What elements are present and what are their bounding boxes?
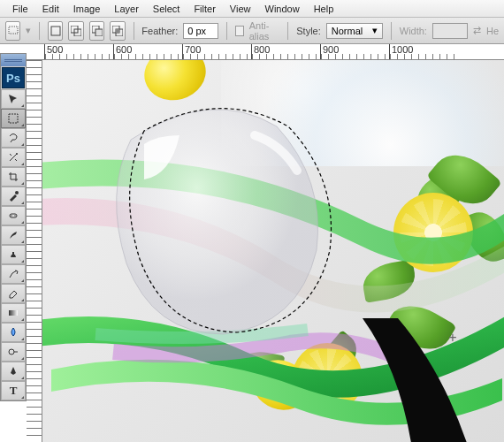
ruler-tick: 1000 — [392, 44, 413, 55]
menu-bar: File Edit Image Layer Select Filter View… — [0, 0, 504, 18]
menu-filter[interactable]: Filter — [187, 4, 222, 14]
vertical-ruler[interactable] — [27, 60, 42, 442]
dodge-tool[interactable] — [1, 342, 26, 362]
style-select[interactable]: Normal ▾ — [326, 23, 383, 39]
brush-tool[interactable] — [1, 225, 26, 245]
menu-layer[interactable]: Layer — [107, 4, 146, 14]
dropdown-arrow-icon: ▾ — [26, 25, 31, 36]
pen-tool[interactable] — [1, 362, 26, 381]
svg-rect-1 — [51, 27, 60, 35]
intersect-selection-button[interactable] — [110, 21, 125, 41]
svg-point-10 — [16, 153, 18, 155]
eraser-tool[interactable] — [1, 284, 26, 303]
menu-window[interactable]: Window — [258, 4, 307, 14]
svg-rect-5 — [95, 29, 103, 36]
type-icon: T — [10, 384, 18, 398]
width-input — [432, 23, 468, 39]
spot-heal-tool[interactable] — [1, 206, 26, 225]
document-canvas[interactable]: + — [42, 60, 504, 442]
svg-rect-9 — [9, 114, 18, 123]
menu-file[interactable]: File — [5, 4, 35, 14]
swap-icon: ⇄ — [473, 25, 481, 36]
menu-edit[interactable]: Edit — [35, 4, 66, 14]
marquee-tool[interactable] — [1, 109, 26, 128]
ruler-tick: 900 — [323, 44, 339, 55]
panel-grip[interactable] — [1, 54, 26, 66]
ruler-tick: 600 — [116, 44, 132, 55]
svg-point-13 — [11, 215, 11, 216]
svg-point-11 — [15, 191, 19, 194]
separator — [287, 22, 288, 40]
type-tool[interactable]: T — [1, 381, 26, 400]
canvas-artwork — [78, 95, 343, 361]
new-selection-button[interactable] — [48, 21, 63, 41]
width-label: Width: — [400, 26, 427, 36]
feather-input[interactable] — [183, 23, 218, 39]
gradient-tool[interactable] — [1, 303, 26, 323]
blur-tool[interactable] — [1, 323, 26, 342]
cursor-crosshair-icon: + — [446, 331, 460, 345]
separator — [134, 22, 134, 40]
svg-rect-0 — [9, 27, 18, 34]
crop-tool[interactable] — [1, 167, 26, 187]
svg-point-14 — [14, 215, 15, 216]
magic-wand-tool[interactable] — [1, 148, 26, 167]
svg-rect-12 — [10, 214, 17, 217]
antialias-label: Anti-alias — [249, 20, 280, 42]
move-tool[interactable] — [1, 89, 26, 109]
eyedropper-tool[interactable] — [1, 187, 26, 206]
ps-logo: Ps — [2, 67, 25, 88]
svg-point-16 — [9, 349, 14, 354]
separator — [391, 22, 392, 40]
feather-label: Feather: — [141, 26, 178, 36]
tool-preset-picker[interactable] — [5, 21, 20, 41]
separator — [226, 22, 227, 40]
style-value: Normal — [332, 26, 363, 36]
ruler-tick: 700 — [185, 44, 201, 55]
height-label: He — [486, 26, 499, 36]
subtract-selection-button[interactable] — [89, 21, 104, 41]
clone-stamp-tool[interactable] — [1, 245, 26, 264]
horizontal-ruler[interactable]: 500 600 700 800 900 1000 — [27, 44, 504, 60]
menu-help[interactable]: Help — [307, 4, 341, 14]
history-brush-tool[interactable] — [1, 264, 26, 284]
menu-view[interactable]: View — [223, 4, 258, 14]
chevron-down-icon: ▾ — [372, 25, 378, 36]
svg-rect-8 — [116, 29, 119, 33]
ruler-tick: 500 — [47, 44, 63, 55]
style-label: Style: — [296, 26, 321, 36]
menu-select[interactable]: Select — [146, 4, 187, 14]
options-bar: ▾ Feather: Anti-alias Style: Normal ▾ Wi… — [0, 18, 504, 44]
svg-rect-15 — [9, 310, 18, 316]
antialias-checkbox — [235, 26, 244, 36]
lasso-tool[interactable] — [1, 128, 26, 148]
add-selection-button[interactable] — [68, 21, 83, 41]
separator — [39, 22, 40, 40]
tools-panel: Ps T — [0, 53, 27, 401]
ruler-tick: 800 — [254, 44, 270, 55]
menu-image[interactable]: Image — [66, 4, 108, 14]
